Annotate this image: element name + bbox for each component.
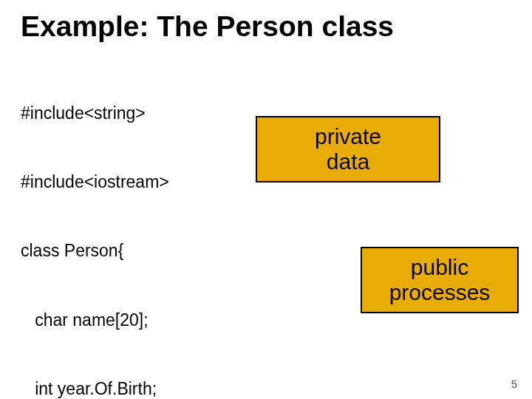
callout-line: processes	[362, 280, 517, 306]
callout-line: private	[257, 124, 439, 150]
code-block: #include<string> #include<iostream> clas…	[21, 56, 511, 399]
callout-line: data	[257, 149, 439, 175]
callout-line: public	[362, 255, 517, 281]
callout-private-data: private data	[256, 116, 440, 183]
slide-title: Example: The Person class	[21, 10, 511, 43]
callout-public-processes: public processes	[361, 247, 519, 313]
code-line: int year.Of.Birth;	[21, 378, 511, 399]
slide: Example: The Person class #include<strin…	[0, 0, 532, 399]
page-number: 5	[511, 378, 517, 390]
